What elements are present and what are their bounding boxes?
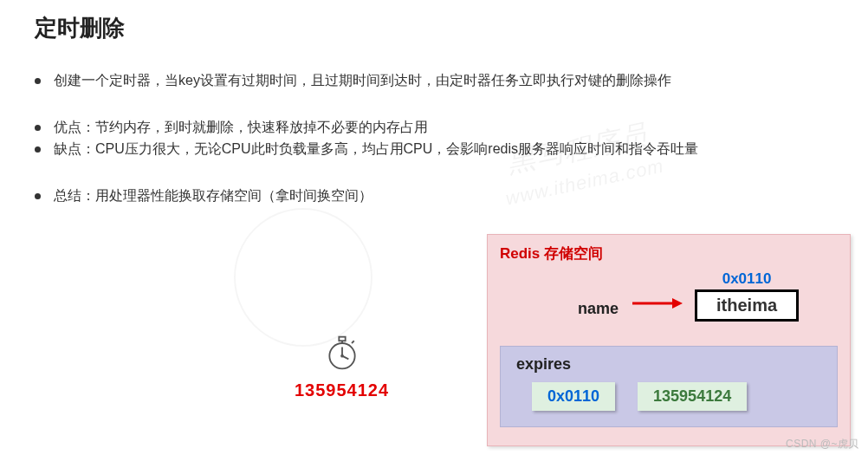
memory-address: 0x0110 [722,270,772,288]
svg-rect-1 [339,337,345,341]
diagram: 135954124 Redis 存储空间 name 0x0110 itheima… [35,238,851,438]
bullet-list: 创建一个定时器，当key设置有过期时间，且过期时间到达时，由定时器任务立即执行对… [35,69,833,206]
footer-credit: CSDN @~虎贝 [786,437,859,452]
expires-box: expires 0x0110 135954124 [500,346,838,427]
kv-key: name [578,300,619,322]
svg-point-6 [340,354,344,358]
bullet-item: 缺点：CPU压力很大，无论CPU此时负载量多高，均占用CPU，会影响redis服… [35,138,833,160]
expires-chips: 0x0110 135954124 [532,382,821,411]
expires-ts-chip: 135954124 [638,382,747,411]
svg-marker-8 [672,298,683,309]
bullet-item: 创建一个定时器，当key设置有过期时间，且过期时间到达时，由定时器任务立即执行对… [35,69,833,92]
kv-row: name 0x0110 itheima [578,270,838,322]
spacer [35,92,833,116]
expires-addr-chip: 0x0110 [532,382,615,411]
page-title: 定时删除 [35,13,833,43]
spacer [35,160,833,185]
stopwatch-icon [323,360,361,374]
svg-line-3 [352,341,354,343]
value-box: itheima [695,289,799,322]
timer-value: 135954124 [295,380,389,400]
arrow-right-icon [631,295,683,322]
redis-title: Redis 存储空间 [500,244,838,263]
timer-block: 135954124 [295,334,389,400]
redis-storage-box: Redis 存储空间 name 0x0110 itheima expires 0… [487,234,851,446]
value-column: 0x0110 itheima [695,270,799,322]
bullet-item: 总结：用处理器性能换取存储空间（拿时间换空间） [35,185,833,207]
expires-title: expires [516,355,821,374]
bullet-item: 优点：节约内存，到时就删除，快速释放掉不必要的内存占用 [35,116,833,139]
